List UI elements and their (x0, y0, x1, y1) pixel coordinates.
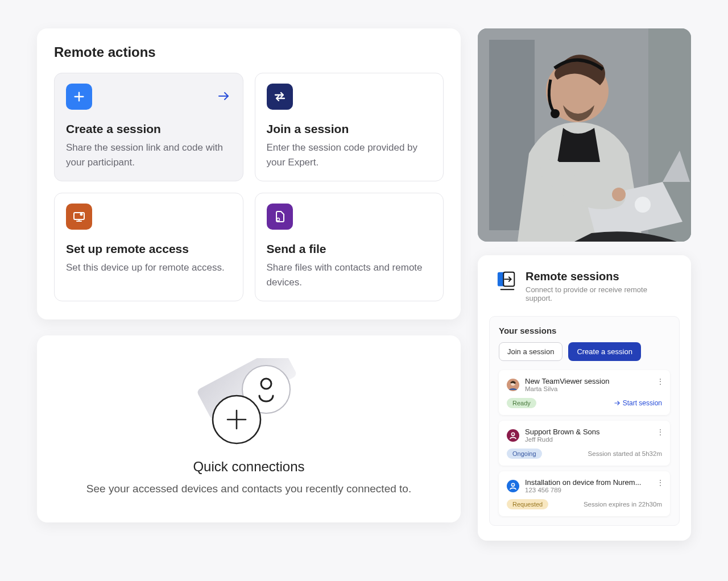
avatar (507, 480, 519, 492)
session-subtitle: Marta Silva (525, 385, 609, 392)
session-subtitle: Jeff Rudd (525, 436, 600, 443)
avatar (507, 429, 519, 442)
quick-connections-panel: Quick connections See your accessed devi… (37, 335, 461, 522)
svg-point-19 (551, 109, 560, 118)
status-badge: Ready (507, 398, 536, 408)
svg-rect-3 (74, 213, 84, 219)
svg-point-21 (612, 188, 626, 201)
session-meta-text: Session started at 5h32m (588, 450, 662, 457)
remote-actions-panel: Remote actions Create a session Share th… (37, 28, 461, 319)
setup-remote-access-title: Set up remote access (66, 242, 231, 256)
session-title: Installation on device from Nurem... (525, 478, 641, 487)
session-menu-icon[interactable]: ⋮ (656, 428, 664, 437)
your-sessions-box: Your sessions Join a session Create a se… (489, 316, 680, 526)
setup-remote-access-card[interactable]: Set up remote access Set this device up … (54, 193, 243, 301)
create-session-title: Create a session (66, 122, 231, 136)
remote-sessions-icon (496, 270, 518, 292)
join-session-card[interactable]: Join a session Enter the session code pr… (255, 73, 444, 181)
join-session-desc: Enter the session code provided by your … (267, 140, 432, 169)
send-file-title: Send a file (267, 242, 432, 256)
session-meta-text: Start session (623, 399, 662, 407)
send-file-card[interactable]: Send a file Share files with contacts an… (255, 193, 444, 301)
session-title: Support Brown & Sons (525, 428, 600, 436)
tab-join-session[interactable]: Join a session (499, 342, 562, 361)
session-meta-text: Session expires in 22h30m (584, 501, 662, 508)
session-title: New TeamViewer session (525, 377, 609, 385)
setup-remote-access-desc: Set this device up for remote access. (66, 260, 231, 275)
create-session-desc: Share the session link and code with you… (66, 140, 231, 169)
remote-actions-title: Remote actions (54, 44, 444, 60)
svg-point-6 (80, 213, 83, 216)
status-badge: Requested (507, 499, 548, 509)
file-arrow-icon (267, 204, 293, 230)
svg-point-20 (635, 197, 651, 213)
quick-connections-sub: See your accessed devices and contacts y… (60, 483, 438, 495)
quick-connections-title: Quick connections (60, 459, 438, 475)
remote-sessions-title: Remote sessions (526, 270, 673, 283)
session-subtitle: 123 456 789 (525, 487, 641, 493)
status-badge: Ongoing (507, 449, 542, 459)
session-card[interactable]: New TeamViewer sessionMarta Silva⋮ReadyS… (499, 370, 670, 415)
join-session-title: Join a session (267, 122, 432, 136)
monitor-icon (66, 204, 92, 230)
swap-arrows-icon (267, 84, 293, 110)
remote-sessions-panel: Remote sessions Connect to provide or re… (478, 255, 691, 541)
create-session-card[interactable]: Create a session Share the session link … (54, 73, 243, 181)
your-sessions-title: Your sessions (499, 326, 670, 335)
tab-create-session[interactable]: Create a session (568, 342, 641, 361)
send-file-desc: Share files with contacts and remote dev… (267, 260, 432, 289)
session-card[interactable]: Installation on device from Nurem...123 … (499, 471, 670, 516)
hero-photo (478, 28, 691, 242)
remote-sessions-sub: Connect to provide or receive remote sup… (526, 285, 673, 302)
session-menu-icon[interactable]: ⋮ (656, 377, 664, 386)
avatar (507, 379, 519, 391)
quick-connections-illustration (60, 359, 438, 453)
arrow-right-icon (217, 89, 230, 105)
session-card[interactable]: Support Brown & SonsJeff Rudd⋮OngoingSes… (499, 421, 670, 466)
start-session-link[interactable]: Start session (614, 399, 662, 407)
session-menu-icon[interactable]: ⋮ (656, 478, 664, 487)
plus-icon (66, 84, 92, 110)
